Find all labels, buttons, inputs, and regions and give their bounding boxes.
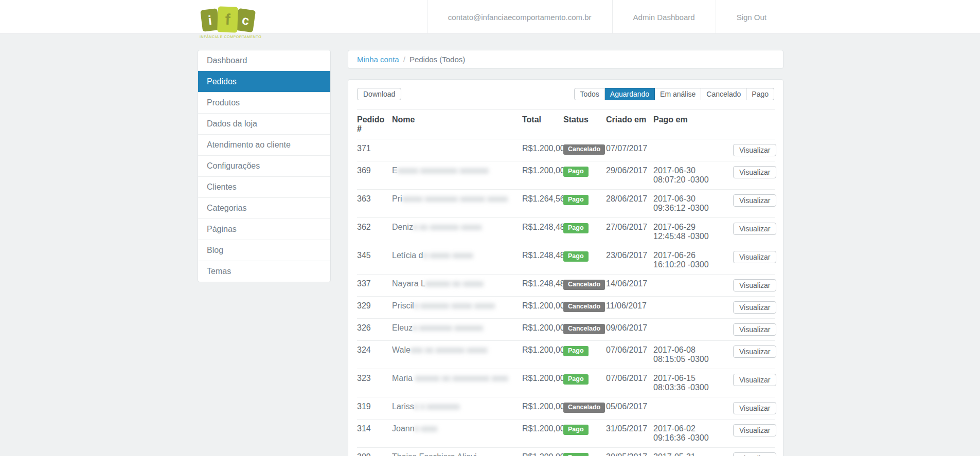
sidebar-item-dados-da-loja[interactable]: Dados da loja (198, 113, 330, 134)
view-order-button[interactable]: Visualizar (733, 323, 776, 336)
order-actions-cell: Visualizar (733, 218, 775, 246)
order-id: 345 (357, 246, 392, 275)
order-row: 329 Priscilx xxxxxxx xxxxx xxxxx R$1.200… (357, 297, 775, 319)
order-total: R$1.200,00 (522, 397, 563, 419)
sidebar-item-atendimento-ao-cliente[interactable]: Atendimento ao cliente (198, 134, 330, 155)
view-order-button[interactable]: Visualizar (733, 223, 776, 235)
order-row: 345 Letícia dx xxxxx xxxxx R$1.248,48 Pa… (357, 246, 775, 275)
view-order-button[interactable]: Visualizar (733, 166, 776, 178)
order-row: 326 Eleuzx xxxxxxxx xxxxxxx R$1.200,00 C… (357, 319, 775, 341)
order-created-date: 11/06/2017 (606, 297, 653, 319)
order-actions-cell: Visualizar (733, 297, 775, 319)
col-header-pedido: Pedido # (357, 110, 392, 139)
sidebar-item-blog[interactable]: Blog (198, 240, 330, 261)
view-order-button[interactable]: Visualizar (733, 301, 776, 314)
orders-table: Pedido # Nome Total Status Criado em Pag… (357, 110, 775, 456)
customer-name-blurred: x xxxxxxx xxxxx xxxxx (414, 301, 495, 310)
order-actions-cell: Visualizar (733, 397, 775, 419)
status-badge: Cancelado (563, 403, 605, 413)
view-order-button[interactable]: Visualizar (733, 424, 776, 436)
view-order-button[interactable]: Visualizar (733, 279, 776, 291)
view-order-button[interactable]: Visualizar (733, 402, 776, 414)
col-header-status: Status (563, 110, 606, 139)
view-order-button[interactable]: Visualizar (733, 194, 776, 207)
order-actions-cell: Visualizar (733, 275, 775, 297)
order-status-cell: Pago (563, 448, 606, 456)
order-created-date: 14/06/2017 (606, 275, 653, 297)
view-order-button[interactable]: Visualizar (733, 144, 776, 156)
breadcrumb-separator: / (403, 55, 405, 64)
view-order-button[interactable]: Visualizar (733, 251, 776, 263)
order-paid-date (653, 275, 733, 297)
order-customer-name: Nayara Lxxxxxx xx xxxxx (392, 275, 522, 297)
col-header-nome: Nome (392, 110, 522, 139)
order-customer-name: Maria xxxxxx xx xxxxxxxxx xxxx (392, 369, 522, 397)
order-row: 309 Thaise Foschiera Alievi R$1.200,00 P… (357, 448, 775, 456)
order-created-date: 27/06/2017 (606, 218, 653, 246)
order-total: R$1.200,00 (522, 297, 563, 319)
customer-name-visible: Letícia d (392, 251, 423, 260)
status-filter-group: Todos Aguardando Em análise Cancelado Pa… (574, 88, 774, 100)
order-actions-cell: Visualizar (733, 341, 775, 369)
order-status-cell: Cancelado (563, 297, 606, 319)
order-id: 324 (357, 341, 392, 369)
customer-name-visible: Deniz (392, 223, 413, 231)
sign-out-link[interactable]: Sign Out (716, 0, 787, 34)
customer-name-visible: Priscil (392, 301, 414, 310)
customer-name-visible: Pri (392, 194, 402, 203)
customer-name-blurred: x xxxx (415, 424, 437, 433)
order-total: R$1.200,00 (522, 139, 563, 161)
order-id: 369 (357, 161, 392, 190)
logo-blocks-icon: i f c (200, 5, 256, 32)
order-total: R$1.264,56 (522, 190, 563, 218)
order-actions-cell: Visualizar (733, 190, 775, 218)
breadcrumb-link-minha-conta[interactable]: Minha conta (357, 55, 399, 64)
sidebar-item-configurações[interactable]: Configurações (198, 155, 330, 176)
order-actions-cell: Visualizar (733, 246, 775, 275)
order-total: R$1.248,48 (522, 246, 563, 275)
orders-toolbar: Download Todos Aguardando Em análise Can… (357, 88, 774, 100)
filter-button-todos[interactable]: Todos (574, 88, 604, 100)
order-row: 371 R$1.200,00 Cancelado 07/07/2017 Visu… (357, 139, 775, 161)
sidebar-item-categorias[interactable]: Categorias (198, 197, 330, 218)
status-badge: Pago (563, 251, 589, 262)
order-status-cell: Pago (563, 419, 606, 448)
sidebar-item-produtos[interactable]: Produtos (198, 92, 330, 113)
top-bar: i f c INFÂNCIA E COMPORTAMENTO contato@i… (0, 0, 980, 34)
status-badge: Cancelado (563, 280, 605, 290)
store-logo[interactable]: i f c INFÂNCIA E COMPORTAMENTO (200, 5, 256, 39)
filter-button-cancelado[interactable]: Cancelado (701, 88, 746, 100)
download-button[interactable]: Download (357, 88, 401, 100)
sidebar-item-pedidos[interactable]: Pedidos (198, 71, 330, 92)
order-total: R$1.200,00 (522, 369, 563, 397)
order-total: R$1.200,00 (522, 319, 563, 341)
order-actions-cell: Visualizar (733, 448, 775, 456)
order-status-cell: Cancelado (563, 319, 606, 341)
sidebar-item-clientes[interactable]: Clientes (198, 176, 330, 197)
order-actions-cell: Visualizar (733, 419, 775, 448)
customer-name-visible: Lariss (392, 402, 414, 411)
order-status-cell: Pago (563, 161, 606, 190)
order-paid-date (653, 297, 733, 319)
view-order-button[interactable]: Visualizar (733, 374, 776, 386)
order-paid-date: 2017-06-29 12:45:48 -0300 (653, 218, 733, 246)
filter-button-aguardando[interactable]: Aguardando (605, 88, 655, 100)
order-paid-date: 2017-06-15 08:03:36 -0300 (653, 369, 733, 397)
order-status-cell: Pago (563, 341, 606, 369)
customer-name-blurred: x xxxxx xxxxx (423, 251, 473, 260)
order-row: 324 Walexxx xx xxxxxxx xxxxx R$1.200,00 … (357, 341, 775, 369)
sidebar-item-temas[interactable]: Temas (198, 261, 330, 282)
view-order-button[interactable]: Visualizar (733, 345, 776, 358)
order-created-date: 29/06/2017 (606, 161, 653, 190)
sidebar-item-dashboard[interactable]: Dashboard (198, 50, 330, 71)
order-customer-name: Prixxxxx xxxxxxxx xxxxxx xxxxx (392, 190, 522, 218)
status-badge: Cancelado (563, 144, 605, 155)
filter-button-pago[interactable]: Pago (746, 88, 774, 100)
order-customer-name: Priscilx xxxxxxx xxxxx xxxxx (392, 297, 522, 319)
sidebar-item-páginas[interactable]: Páginas (198, 218, 330, 240)
admin-dashboard-link[interactable]: Admin Dashboard (612, 0, 716, 34)
order-created-date: 28/06/2017 (606, 190, 653, 218)
filter-button-em-análise[interactable]: Em análise (655, 88, 701, 100)
order-paid-date: 2017-05-31 08:09:00 (653, 448, 733, 456)
view-order-button[interactable]: Visualizar (733, 452, 776, 456)
